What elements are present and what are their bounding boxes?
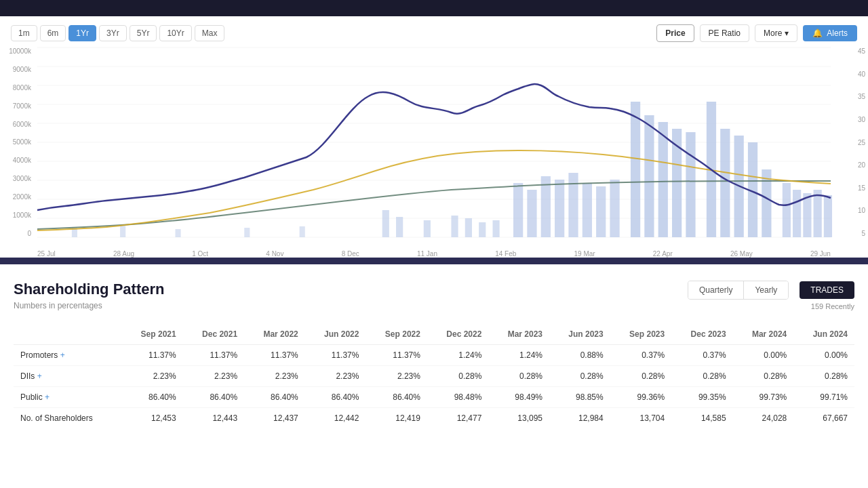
time-btn-1yr[interactable]: 1Yr: [68, 25, 96, 41]
svg-rect-23: [686, 132, 695, 237]
y-right-label: 45: [837, 47, 865, 55]
cell: 1.24%: [427, 345, 488, 366]
public-expand[interactable]: +: [45, 392, 50, 402]
col-header-jun2024: Jun 2024: [793, 324, 854, 345]
sh-period-buttons: Quarterly Yearly: [688, 281, 789, 300]
pe-ratio-button[interactable]: PE Ratio: [700, 24, 749, 42]
y-right-label: 30: [837, 116, 865, 123]
chart-controls: 1m 6m 1Yr 3Yr 5Yr 10Yr Max Price PE Rati…: [11, 24, 857, 42]
chart-section: 1m 6m 1Yr 3Yr 5Yr 10Yr Max Price PE Rati…: [0, 16, 868, 260]
y-right-label: 20: [837, 161, 865, 169]
cell: 98.48%: [427, 387, 488, 408]
cell: 0.28%: [733, 366, 794, 387]
col-header-sep2022: Sep 2022: [366, 324, 427, 345]
x-label: 29 Jun: [810, 250, 831, 258]
time-btn-3yr[interactable]: 3Yr: [99, 25, 127, 41]
col-header-sep2023: Sep 2023: [610, 324, 671, 345]
cell: 11.37%: [244, 345, 305, 366]
x-label: 8 Dec: [342, 250, 359, 258]
y-left-label: 5000k: [3, 138, 31, 146]
cell: 12,437: [244, 408, 305, 429]
diis-expand[interactable]: +: [37, 371, 42, 381]
cell: 2.23%: [366, 366, 427, 387]
cell: 86.40%: [366, 387, 427, 408]
col-header-dec2023: Dec 2023: [671, 324, 732, 345]
svg-rect-18: [610, 180, 619, 237]
x-label: 28 Aug: [113, 250, 134, 258]
chart-svg-wrapper: [37, 47, 831, 237]
svg-rect-15: [568, 173, 578, 237]
svg-rect-32: [814, 190, 822, 237]
table-row: Public + 86.40% 86.40% 86.40% 86.40% 86.…: [14, 387, 854, 408]
cell: 12,477: [427, 408, 488, 429]
bell-icon: 🔔: [812, 28, 823, 38]
cell: 1.24%: [488, 345, 549, 366]
x-label: 22 Apr: [653, 250, 673, 258]
cell: 99.35%: [671, 387, 732, 408]
x-label: 1 Oct: [192, 250, 208, 258]
time-btn-5yr[interactable]: 5Yr: [130, 25, 157, 41]
svg-rect-20: [644, 115, 654, 237]
y-left-label: 2000k: [3, 193, 31, 201]
cell: 2.23%: [183, 366, 244, 387]
time-btn-10yr[interactable]: 10Yr: [159, 25, 191, 41]
svg-rect-42: [451, 216, 458, 237]
x-label: 14 Feb: [495, 250, 516, 258]
sh-title: Shareholding Pattern: [14, 281, 164, 298]
time-btn-1m[interactable]: 1m: [11, 25, 37, 41]
time-btn-max[interactable]: Max: [195, 25, 225, 41]
cell: 67,667: [793, 408, 854, 429]
yearly-button[interactable]: Yearly: [743, 281, 788, 299]
price-button[interactable]: Price: [656, 24, 694, 42]
table-row: Promoters + 11.37% 11.37% 11.37% 11.37% …: [14, 345, 854, 366]
table-row: DIIs + 2.23% 2.23% 2.23% 2.23% 2.23% 0.2…: [14, 366, 854, 387]
svg-rect-12: [527, 190, 536, 237]
x-label: 19 Mar: [574, 250, 595, 258]
cell: 99.71%: [793, 387, 854, 408]
cell: 13,704: [610, 408, 671, 429]
y-left-label: 6000k: [3, 121, 31, 128]
shareholding-table: Sep 2021 Dec 2021 Mar 2022 Jun 2022 Sep …: [14, 324, 854, 428]
more-button[interactable]: More ▾: [755, 24, 797, 42]
trades-button[interactable]: TRADES: [800, 281, 854, 299]
cell: 0.37%: [610, 345, 671, 366]
cell: 0.28%: [549, 366, 610, 387]
alerts-button[interactable]: 🔔 Alerts: [803, 25, 857, 41]
y-left-label: 10000k: [3, 47, 31, 55]
cell: 98.49%: [488, 387, 549, 408]
col-header-sep2021: Sep 2021: [121, 324, 182, 345]
sh-title-area: Shareholding Pattern Numbers in percenta…: [14, 281, 164, 310]
cell: 12,442: [305, 408, 366, 429]
y-right-label: 40: [837, 70, 865, 78]
cell: 12,984: [549, 408, 610, 429]
col-header-dec2021: Dec 2021: [183, 324, 244, 345]
svg-rect-16: [583, 183, 592, 237]
time-btn-6m[interactable]: 6m: [40, 25, 66, 41]
shareholding-section: Shareholding Pattern Numbers in percenta…: [0, 264, 868, 442]
y-left-label: 1000k: [3, 211, 31, 219]
y-right-label: 25: [837, 139, 865, 146]
cell: 0.28%: [793, 366, 854, 387]
promoters-expand[interactable]: +: [60, 350, 65, 360]
sh-subtitle: Numbers in percentages: [14, 301, 164, 310]
y-right-label: 5: [837, 230, 865, 237]
svg-rect-30: [793, 190, 801, 237]
y-axis-left: 10000k 9000k 8000k 7000k 6000k 5000k 400…: [0, 47, 34, 237]
row-label-public: Public +: [14, 387, 121, 408]
cell: 2.23%: [244, 366, 305, 387]
y-right-label: 10: [837, 207, 865, 214]
svg-rect-14: [555, 180, 564, 237]
svg-rect-31: [803, 193, 811, 237]
quarterly-button[interactable]: Quarterly: [688, 281, 743, 299]
svg-rect-45: [492, 220, 499, 237]
col-header-mar2022: Mar 2022: [244, 324, 305, 345]
cell: 86.40%: [305, 387, 366, 408]
svg-rect-11: [513, 183, 523, 237]
cell: 0.28%: [427, 366, 488, 387]
svg-rect-38: [300, 226, 305, 237]
chart-svg: [37, 47, 831, 237]
x-label: 26 May: [730, 250, 753, 258]
cell: 24,028: [733, 408, 794, 429]
cell: 2.23%: [121, 366, 182, 387]
svg-rect-29: [783, 183, 791, 237]
